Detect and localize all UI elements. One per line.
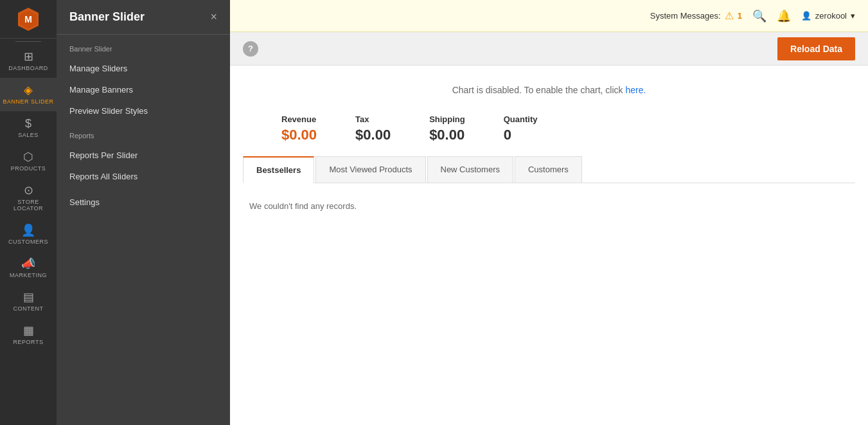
marketing-icon: 📣 xyxy=(21,258,35,269)
tabs-container: Bestsellers Most Viewed Products New Cus… xyxy=(243,156,855,183)
system-messages: System Messages: ⚠ 1 xyxy=(650,10,742,22)
flyout-header: Banner Slider × xyxy=(57,10,230,35)
tab-customers[interactable]: Customers xyxy=(515,156,582,183)
content-icon: ▤ xyxy=(23,291,34,303)
stat-quantity-label: Quantity xyxy=(504,114,538,124)
svg-text:M: M xyxy=(24,14,32,24)
sidebar-item-reports[interactable]: ▦ REPORTS xyxy=(0,318,57,352)
flyout-section1-title: Banner Slider xyxy=(57,35,230,58)
sidebar-item-customers[interactable]: 👤 CUSTOMERS xyxy=(0,218,57,251)
dashboard-icon: ⊞ xyxy=(24,51,33,62)
stat-revenue-value: $0.00 xyxy=(281,127,317,143)
stat-shipping-value: $0.00 xyxy=(429,127,465,143)
tab-bestsellers[interactable]: Bestsellers xyxy=(243,156,314,183)
flyout-link-manage-banners[interactable]: Manage Banners xyxy=(57,79,230,100)
flyout-title: Banner Slider xyxy=(69,10,145,24)
flyout-section2-title: Reports xyxy=(57,122,230,145)
flyout-menu: Banner Slider × Banner Slider Manage Sli… xyxy=(57,0,230,425)
chart-enable-link[interactable]: here. xyxy=(625,85,646,95)
tab-most-viewed-products[interactable]: Most Viewed Products xyxy=(315,156,425,183)
flyout-link-preview-slider-styles[interactable]: Preview Slider Styles xyxy=(57,100,230,122)
user-icon: 👤 xyxy=(801,11,811,21)
reports-icon: ▦ xyxy=(23,325,34,336)
stat-tax-value: $0.00 xyxy=(355,127,391,143)
top-bar: System Messages: ⚠ 1 🔍 🔔 👤 zerokool ▾ xyxy=(230,0,868,32)
banner-slider-icon: ◈ xyxy=(24,84,33,96)
stat-quantity-value: 0 xyxy=(504,127,538,143)
sidebar-item-marketing[interactable]: 📣 MARKETING xyxy=(0,251,57,285)
flyout-close-button[interactable]: × xyxy=(210,10,217,24)
table-area: We couldn't find any records. xyxy=(243,194,855,219)
notification-icon[interactable]: 🔔 xyxy=(777,9,791,23)
flyout-link-reports-per-slider[interactable]: Reports Per Slider xyxy=(57,145,230,166)
user-menu[interactable]: 👤 zerokool ▾ xyxy=(801,11,855,21)
chart-disabled-text: Chart is disabled. To enable the chart, … xyxy=(452,85,623,95)
no-records-message: We couldn't find any records. xyxy=(249,194,849,219)
system-messages-label: System Messages: xyxy=(650,11,721,21)
flyout-link-manage-sliders[interactable]: Manage Sliders xyxy=(57,58,230,79)
stat-revenue: Revenue $0.00 xyxy=(281,114,317,143)
stat-quantity: Quantity 0 xyxy=(504,114,538,143)
chart-disabled-message: Chart is disabled. To enable the chart, … xyxy=(243,78,855,108)
products-icon: ⬡ xyxy=(23,151,33,163)
stat-tax: Tax $0.00 xyxy=(355,114,391,143)
main-area: System Messages: ⚠ 1 🔍 🔔 👤 zerokool ▾ ? … xyxy=(230,0,868,425)
sidebar-item-dashboard[interactable]: ⊞ DASHBOARD xyxy=(0,44,57,78)
sidebar-logo[interactable]: M xyxy=(0,0,57,39)
content-area: Chart is disabled. To enable the chart, … xyxy=(230,66,868,425)
sidebar: M ⊞ DASHBOARD ◈ BANNER SLIDER $ SALES ⬡ … xyxy=(0,0,57,425)
search-icon[interactable]: 🔍 xyxy=(752,9,766,23)
store-locator-icon: ⊙ xyxy=(24,185,33,196)
sidebar-item-products[interactable]: ⬡ PRODUCTS xyxy=(0,145,57,178)
flyout-settings-link[interactable]: Settings xyxy=(57,187,230,213)
system-messages-count: 1 xyxy=(738,11,742,21)
warning-icon: ⚠ xyxy=(725,10,734,22)
top-actions: 🔍 🔔 👤 zerokool ▾ xyxy=(752,9,855,23)
flyout-link-reports-all-sliders[interactable]: Reports All Sliders xyxy=(57,166,230,187)
reload-data-button[interactable]: Reload Data xyxy=(777,37,855,60)
sidebar-item-banner-slider[interactable]: ◈ BANNER SLIDER xyxy=(0,78,57,111)
stat-tax-label: Tax xyxy=(355,114,391,124)
stats-row: Revenue $0.00 Tax $0.00 Shipping $0.00 Q… xyxy=(243,108,855,156)
sidebar-item-sales[interactable]: $ SALES xyxy=(0,111,57,145)
secondary-bar: ? Reload Data xyxy=(230,32,868,66)
user-name: zerokool xyxy=(815,11,847,21)
tab-new-customers[interactable]: New Customers xyxy=(427,156,513,183)
stat-shipping: Shipping $0.00 xyxy=(429,114,465,143)
sidebar-divider xyxy=(15,41,41,42)
help-icon[interactable]: ? xyxy=(243,41,258,57)
stat-revenue-label: Revenue xyxy=(281,114,317,124)
customers-icon: 👤 xyxy=(21,224,35,236)
user-dropdown-icon: ▾ xyxy=(851,11,855,21)
sidebar-item-content[interactable]: ▤ CONTENT xyxy=(0,285,57,318)
sidebar-item-store-locator[interactable]: ⊙ STORE LOCATOR xyxy=(0,178,57,218)
stat-shipping-label: Shipping xyxy=(429,114,465,124)
sales-icon: $ xyxy=(25,118,31,129)
